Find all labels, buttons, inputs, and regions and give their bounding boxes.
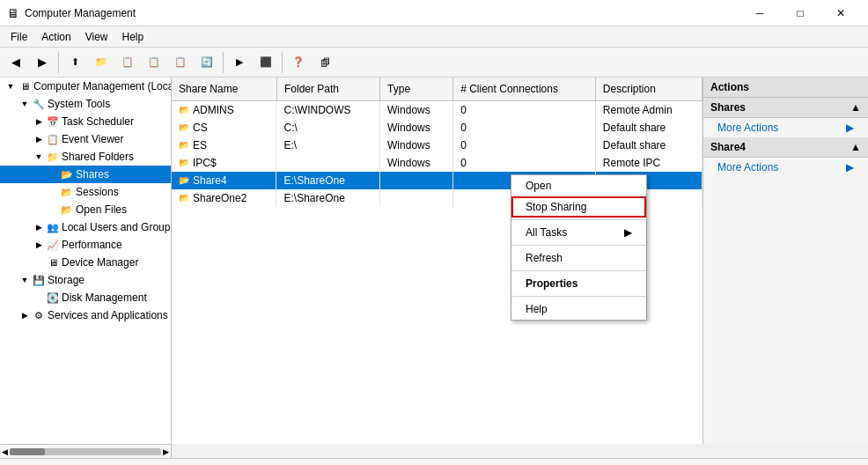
- tree-item-services[interactable]: ▶ ⚙ Services and Applications: [0, 306, 171, 324]
- ctx-sep-3: [511, 270, 646, 271]
- cell-folder-path: [276, 154, 379, 172]
- label-root: Computer Management (Local: [33, 80, 172, 92]
- up2-button[interactable]: 📋: [115, 50, 140, 75]
- cell-type: Windows: [380, 100, 453, 119]
- cell-description: Default share: [595, 119, 702, 137]
- ctx-stop-sharing[interactable]: Stop Sharing: [511, 196, 646, 218]
- tree-item-task-scheduler[interactable]: ▶ 📅 Task Scheduler: [0, 113, 171, 130]
- shares-section-title: Shares: [710, 101, 746, 114]
- tree-item-device-manager[interactable]: 🖥 Device Manager: [0, 254, 171, 271]
- new-button[interactable]: ▶: [227, 50, 252, 75]
- up-button[interactable]: ⬆: [63, 50, 87, 75]
- ctx-refresh[interactable]: Refresh: [511, 247, 646, 269]
- tree-item-shares[interactable]: 📂 Shares: [0, 166, 171, 183]
- table-row[interactable]: 📂ADMINS C:\WINDOWS Windows 0 Remote Admi…: [172, 100, 702, 119]
- show-hide-button[interactable]: 📁: [89, 50, 114, 75]
- menu-help[interactable]: Help: [115, 27, 151, 47]
- expander-local-users: ▶: [32, 223, 46, 232]
- maximize-button[interactable]: □: [780, 0, 820, 26]
- share4-more-actions-arrow-icon: ▶: [846, 161, 854, 173]
- cell-type: Windows: [380, 154, 453, 172]
- col-header-type[interactable]: Type: [380, 78, 453, 100]
- icon-services: ⚙: [32, 310, 46, 321]
- table-row[interactable]: 📂CS C:\ Windows 0 Default share: [172, 119, 702, 137]
- cell-share-name: 📂ADMINS: [172, 101, 276, 119]
- ctx-open[interactable]: Open: [511, 175, 646, 196]
- icon-shared-folders: 📁: [46, 151, 60, 163]
- left-hscroll[interactable]: ◀ ▶: [0, 444, 172, 458]
- label-services: Services and Applications: [48, 309, 168, 321]
- ctx-help[interactable]: Help: [511, 299, 646, 320]
- status-bar: Stop sharing the selected folder: [0, 458, 868, 465]
- col-header-folder-path[interactable]: Folder Path: [276, 78, 379, 100]
- title-bar: 🖥 Computer Management ─ □ ✕: [0, 0, 868, 26]
- forward-button[interactable]: ▶: [30, 50, 55, 75]
- icon-storage: 💾: [32, 275, 46, 286]
- expander-storage: ▼: [18, 276, 32, 284]
- shares-more-actions[interactable]: More Actions ▶: [703, 118, 868, 137]
- tree-item-local-users[interactable]: ▶ 👥 Local Users and Groups: [0, 218, 171, 236]
- label-shared-folders: Shared Folders: [62, 151, 134, 163]
- tree-panel: ▼ 🖥 Computer Management (Local ▼ 🔧 Syste…: [0, 78, 172, 444]
- tree-item-sessions[interactable]: 📂 Sessions: [0, 183, 171, 201]
- toolbar: ◀ ▶ ⬆ 📁 📋 📋 📋 🔄 ▶ ⬛ ❓ 🗐: [0, 48, 868, 78]
- properties-button[interactable]: 🗐: [313, 50, 337, 75]
- icon-shares: 📂: [60, 169, 74, 181]
- label-local-users: Local Users and Groups: [62, 221, 172, 233]
- ctx-sep-2: [511, 245, 646, 246]
- copy-button[interactable]: 📋: [142, 50, 166, 75]
- close-button[interactable]: ✕: [820, 0, 861, 26]
- table-row[interactable]: 📂ES E:\ Windows 0 Default share: [172, 137, 702, 154]
- cell-description: Remote Admin: [595, 100, 702, 119]
- scroll-left-arrow[interactable]: ◀: [2, 447, 8, 456]
- tree-item-disk-management[interactable]: 💽 Disk Management: [0, 289, 171, 306]
- cell-share-name: 📂ES: [172, 137, 276, 154]
- menu-file[interactable]: File: [4, 27, 34, 47]
- shares-section-header[interactable]: Shares ▲: [703, 98, 868, 118]
- cell-description: Default share: [595, 137, 702, 154]
- cell-folder-path: E:\ShareOne: [276, 172, 379, 189]
- label-disk-management: Disk Management: [62, 292, 147, 304]
- menu-action[interactable]: Action: [34, 27, 77, 47]
- undo-button[interactable]: 🔄: [195, 50, 219, 75]
- label-system-tools: System Tools: [48, 98, 110, 110]
- ctx-properties[interactable]: Properties: [511, 273, 646, 294]
- label-device-manager: Device Manager: [62, 256, 138, 269]
- icon-root: 🖥: [18, 81, 32, 92]
- share4-section-title: Share4: [710, 141, 746, 153]
- expander-performance: ▶: [32, 240, 46, 249]
- table-row[interactable]: 📂IPC$ Windows 0 Remote IPC: [172, 154, 702, 172]
- back-button[interactable]: ◀: [4, 50, 28, 75]
- col-header-connections[interactable]: # Client Connections: [453, 78, 596, 100]
- ctx-all-tasks[interactable]: All Tasks ▶: [511, 222, 646, 243]
- share4-more-actions[interactable]: More Actions ▶: [703, 158, 868, 177]
- share4-section-header[interactable]: Share4 ▲: [703, 137, 868, 158]
- tree-item-event-viewer[interactable]: ▶ 📋 Event Viewer: [0, 130, 171, 148]
- paste-button[interactable]: 📋: [168, 50, 193, 75]
- tree-item-root[interactable]: ▼ 🖥 Computer Management (Local: [0, 78, 171, 95]
- icon-device-manager: 🖥: [46, 257, 60, 268]
- col-header-description[interactable]: Description: [595, 78, 702, 100]
- window-title: Computer Management: [25, 7, 734, 19]
- delete-button[interactable]: ⬛: [254, 50, 278, 75]
- icon-system-tools: 🔧: [32, 99, 46, 110]
- ctx-sep-1: [511, 219, 646, 220]
- tree-item-performance[interactable]: ▶ 📈 Performance: [0, 236, 171, 254]
- col-header-share-name[interactable]: Share Name: [172, 78, 276, 100]
- tree-item-shared-folders[interactable]: ▼ 📁 Shared Folders: [0, 148, 171, 166]
- tree-item-open-files[interactable]: 📂 Open Files: [0, 201, 171, 218]
- toolbar-sep-1: [58, 52, 59, 73]
- help-button[interactable]: ❓: [286, 50, 311, 75]
- bottom-filler: [172, 444, 868, 458]
- cell-folder-path: C:\: [276, 119, 379, 137]
- icon-task-scheduler: 📅: [46, 116, 60, 128]
- minimize-button[interactable]: ─: [739, 0, 780, 26]
- tree-item-system-tools[interactable]: ▼ 🔧 System Tools: [0, 95, 171, 113]
- actions-panel: Actions Shares ▲ More Actions ▶ Share4 ▲…: [702, 78, 868, 444]
- menu-view[interactable]: View: [78, 27, 115, 47]
- context-menu: Open Stop Sharing All Tasks ▶ Refresh Pr…: [511, 174, 647, 321]
- icon-local-users: 👥: [46, 222, 60, 233]
- actions-header[interactable]: Actions: [703, 78, 868, 98]
- scroll-right-arrow[interactable]: ▶: [163, 447, 169, 456]
- tree-item-storage[interactable]: ▼ 💾 Storage: [0, 271, 171, 289]
